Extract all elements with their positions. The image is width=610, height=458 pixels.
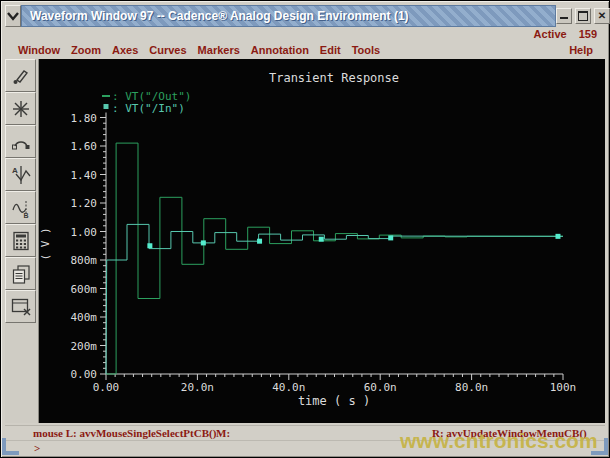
titlebar-row: Waveform Window 97 -- Cadence® Analog De… <box>5 5 605 27</box>
toolbar: AB <box>5 59 39 423</box>
mouse-left-binding: mouse L: avvMouseSingleSelectPtCB() <box>33 427 216 439</box>
brush-button[interactable] <box>5 59 36 92</box>
resize-corner-bottom-left[interactable] <box>2 438 19 455</box>
menu-item-tools[interactable]: Tools <box>352 44 381 56</box>
menu-item-markers[interactable]: Markers <box>198 44 240 56</box>
active-status-row: Active 159 <box>5 27 605 41</box>
arc-markers-icon <box>8 129 34 155</box>
subwindow-delete-icon <box>8 294 34 320</box>
close-button[interactable]: ✕ <box>594 8 610 24</box>
zoom-star-icon <box>8 96 34 122</box>
active-label: Active <box>534 28 567 40</box>
chevron-down-icon <box>6 10 20 22</box>
plot-canvas[interactable] <box>39 59 605 423</box>
minimize-icon <box>560 14 568 19</box>
menu-item-zoom[interactable]: Zoom <box>71 44 101 56</box>
calculator-icon <box>8 228 34 254</box>
svg-text:B: B <box>23 212 28 219</box>
window-title: Waveform Window 97 -- Cadence® Analog De… <box>30 9 409 23</box>
vertical-marker-a-button[interactable]: A <box>5 158 36 191</box>
menu-item-axes[interactable]: Axes <box>112 44 138 56</box>
vertical-marker-a-icon: A <box>8 162 34 188</box>
menu-item-annotation[interactable]: Annotation <box>251 44 309 56</box>
subwindow-delete-button[interactable] <box>5 290 36 323</box>
active-count: 159 <box>579 28 597 40</box>
svg-text:A: A <box>12 166 18 175</box>
copy-window-icon <box>8 261 34 287</box>
maximize-button[interactable] <box>575 8 591 24</box>
arc-markers-button[interactable] <box>5 125 36 158</box>
zoom-star-button[interactable] <box>5 92 36 125</box>
waveform-b-icon: B <box>8 195 34 221</box>
brush-icon <box>8 63 34 89</box>
titlebar[interactable]: Waveform Window 97 -- Cadence® Analog De… <box>21 5 556 27</box>
window-menu-button[interactable] <box>5 5 21 27</box>
waveform-b-button[interactable]: B <box>5 191 36 224</box>
menu-item-edit[interactable]: Edit <box>320 44 341 56</box>
waveform-window: Waveform Window 97 -- Cadence® Analog De… <box>0 0 610 458</box>
command-prompt: > <box>34 442 40 454</box>
menu-item-help[interactable]: Help <box>569 44 605 56</box>
copy-window-button[interactable] <box>5 257 36 290</box>
watermark-text: www.cntronics.com <box>400 429 600 453</box>
mouse-middle-binding: M: <box>216 427 230 439</box>
calculator-button[interactable] <box>5 224 36 257</box>
maximize-icon <box>578 11 588 21</box>
close-icon: ✕ <box>598 11 606 21</box>
minimize-button[interactable] <box>556 8 572 24</box>
window-controls: ✕ <box>556 5 610 27</box>
menu-item-window[interactable]: Window <box>18 44 60 56</box>
menubar: WindowZoomAxesCurvesMarkersAnnotationEdi… <box>5 41 605 59</box>
menu-item-curves[interactable]: Curves <box>149 44 186 56</box>
